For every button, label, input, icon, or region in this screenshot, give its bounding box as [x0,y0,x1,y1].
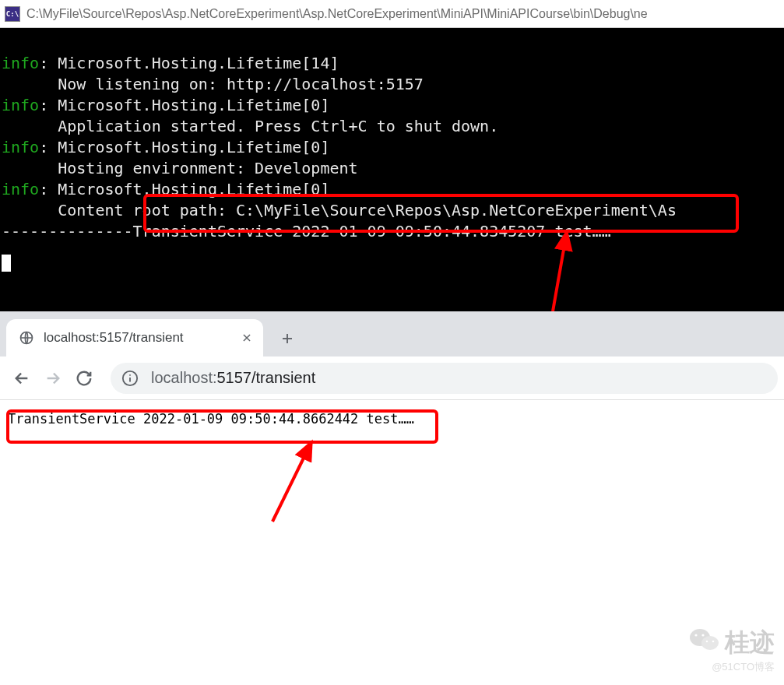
svg-point-8 [129,374,131,375]
highlighted-console-line: --------------TransientService 2022-01-0… [2,222,611,241]
svg-point-14 [706,641,708,643]
svg-point-12 [694,634,697,636]
log-level: info [2,96,39,114]
log-level: info [2,138,39,156]
console-app-icon: C:\ [5,6,20,22]
new-tab-button[interactable] [274,325,301,352]
reload-button[interactable] [69,363,100,394]
console-output: info: Microsoft.Hosting.Lifetime[14] Now… [0,28,784,284]
forward-button[interactable] [37,363,69,394]
svg-point-15 [712,641,715,643]
tab-title: localhost:5157/transient [44,330,209,346]
log-level: info [2,54,39,72]
browser-toolbar: localhost:5157/transient [0,357,784,400]
console-cursor [2,255,11,272]
browser-tab[interactable]: localhost:5157/transient [6,319,263,357]
browser-page-content: TransientService 2022-01-09 09:50:44.866… [0,400,784,437]
page-response-text: TransientService 2022-01-09 09:50:44.866… [8,411,414,427]
site-info-icon[interactable] [121,370,139,387]
browser-tab-bar: localhost:5157/transient [0,311,784,357]
address-text: localhost:5157/transient [151,369,315,387]
wechat-icon [689,627,720,659]
console-titlebar: C:\ C:\MyFile\Source\Repos\Asp.NetCoreEx… [0,0,784,28]
console-window: C:\ C:\MyFile\Source\Repos\Asp.NetCoreEx… [0,0,784,311]
address-bar[interactable]: localhost:5157/transient [111,363,778,394]
svg-point-11 [701,636,719,650]
close-tab-button[interactable] [240,331,254,345]
back-button[interactable] [6,363,37,394]
log-level: info [2,180,39,198]
svg-point-13 [701,634,704,636]
watermark: 桂迹 @51CTO博客 [689,626,775,674]
globe-icon [19,330,34,346]
console-title-text: C:\MyFile\Source\Repos\Asp.NetCoreExperi… [26,7,648,21]
browser-window: localhost:5157/transient [0,311,784,685]
